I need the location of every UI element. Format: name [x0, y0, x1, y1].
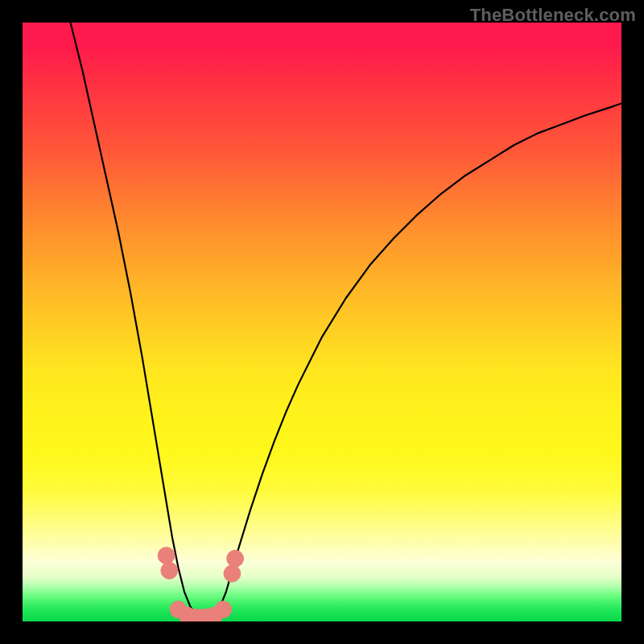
bottleneck-curve — [71, 23, 621, 618]
chart-svg — [23, 23, 621, 621]
data-point — [224, 565, 241, 582]
data-point — [161, 562, 178, 579]
marker-group — [158, 547, 243, 621]
plot-area — [23, 23, 621, 621]
data-point — [227, 550, 244, 567]
data-point — [215, 601, 232, 618]
data-point — [158, 547, 175, 564]
chart-frame: TheBottleneck.com — [0, 0, 644, 644]
